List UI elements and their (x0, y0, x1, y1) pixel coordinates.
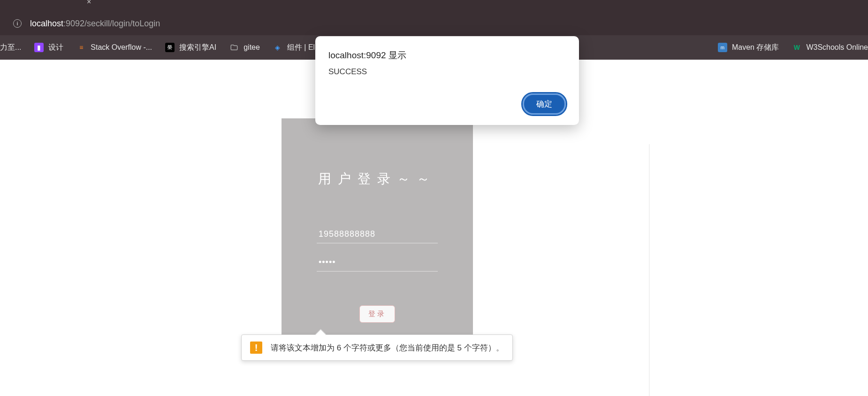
bookmark-label: gitee (244, 43, 260, 52)
bookmark-item[interactable]: W W3Schools Online (792, 43, 868, 52)
address-bar: i localhost:9092/seckill/login/toLogin (0, 12, 868, 35)
login-button[interactable]: 登录 (359, 305, 395, 323)
bookmark-label: 搜索引擎AI (179, 43, 216, 53)
bookmark-label: 设计 (48, 43, 63, 53)
alert-dialog: localhost:9092 显示 SUCCESS 确定 (315, 36, 579, 125)
decorative-shadow (648, 144, 650, 396)
warning-icon: ! (250, 342, 262, 354)
folder-icon (229, 43, 239, 52)
alert-title: localhost:9092 显示 (328, 49, 566, 62)
validation-tooltip: ! 请将该文本增加为 6 个字符或更多（您当前使用的是 5 个字符）。 (241, 334, 513, 361)
url-text[interactable]: localhost:9092/seckill/login/toLogin (30, 19, 160, 29)
bookmark-label: Maven 存储库 (732, 43, 779, 53)
bookmark-item[interactable]: ≡ Stack Overflow -... (76, 43, 152, 52)
close-icon[interactable]: × (87, 0, 91, 6)
element-icon: ◈ (273, 43, 282, 52)
bookmark-item[interactable]: ▮ 设计 (34, 43, 63, 53)
info-icon[interactable]: i (13, 19, 22, 28)
bookmark-item[interactable]: 榮 搜索引擎AI (165, 43, 216, 53)
bookmark-label: 力至... (0, 43, 21, 53)
bookmark-item[interactable]: gitee (229, 43, 260, 52)
bookmark-item[interactable]: m Maven 存储库 (718, 43, 779, 53)
validation-message: 请将该文本增加为 6 个字符或更多（您当前使用的是 5 个字符）。 (271, 342, 504, 353)
browser-tab-strip: × (0, 0, 868, 12)
bookmark-label: Stack Overflow -... (91, 43, 152, 52)
bookmark-label: W3Schools Online (806, 43, 868, 52)
w3schools-icon: W (792, 43, 801, 52)
alert-actions: 确定 (328, 93, 566, 115)
login-title: 用户登录～～ (282, 170, 473, 188)
url-host: localhost (30, 19, 63, 28)
password-input[interactable] (317, 254, 438, 272)
username-input[interactable] (317, 225, 438, 243)
login-form: 登录 (282, 225, 473, 323)
search-engine-icon: 榮 (165, 43, 175, 52)
url-path: :9092/seckill/login/toLogin (63, 19, 160, 28)
maven-icon: m (718, 43, 727, 52)
login-card: 用户登录～～ 登录 (282, 118, 473, 339)
stackoverflow-icon: ≡ (76, 43, 86, 52)
alert-message: SUCCESS (328, 67, 566, 77)
twitch-icon: ▮ (34, 43, 44, 52)
bookmark-item[interactable]: 力至... (0, 43, 21, 53)
alert-ok-button[interactable]: 确定 (523, 93, 566, 115)
